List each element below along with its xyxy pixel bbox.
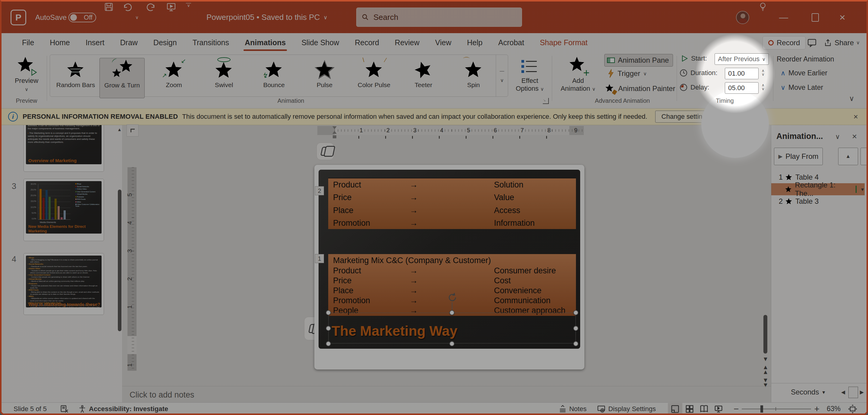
notes-placeholder[interactable]: Click to add notes (130, 390, 194, 400)
redo-icon[interactable] (146, 1, 156, 12)
rotation-handle[interactable] (447, 292, 458, 303)
tab-acrobat[interactable]: Acrobat (490, 33, 532, 52)
gallery-color-pulse[interactable]: ⁄ \ Color Pulse (351, 58, 397, 98)
minimize-button[interactable]: — (779, 1, 797, 33)
tab-stop-selector[interactable] (127, 125, 138, 136)
tab-review[interactable]: Review (387, 33, 427, 52)
gallery-grow-turn[interactable]: ⌒ Grow & Turn (99, 58, 145, 98)
maximize-button[interactable] (812, 1, 819, 33)
close-button[interactable]: × (839, 1, 858, 33)
delay-input[interactable]: 05.00 (725, 82, 758, 94)
play-from-button[interactable]: ▶ Play From (774, 148, 823, 165)
duration-spinner[interactable]: ∧∨ (762, 69, 765, 76)
zoom-in-button[interactable]: + (814, 404, 819, 414)
animation-order-badge[interactable]: 2 (315, 186, 324, 195)
left-indent-square-marker[interactable] (333, 135, 336, 138)
reading-view-button[interactable] (697, 403, 711, 415)
item-dropdown-icon[interactable]: ▼ (860, 187, 865, 192)
resize-handle-middle-right[interactable] (573, 326, 578, 331)
collapse-ribbon-icon[interactable]: ∨ (849, 94, 855, 103)
avatar[interactable] (736, 1, 749, 33)
slide-sorter-view-button[interactable] (682, 403, 697, 415)
document-title[interactable]: Powerpoint05 • Saved to this PC∨ (207, 1, 327, 33)
animation-dialog-launcher-icon[interactable]: → (543, 98, 549, 104)
editor-scrollbar[interactable] (764, 315, 767, 353)
fit-slide-button[interactable] (848, 404, 858, 414)
timeline-right-icon[interactable]: ▶ (860, 389, 864, 395)
first-line-indent-marker[interactable] (333, 126, 337, 129)
resize-handle-bottom-middle[interactable] (450, 341, 455, 346)
tab-record[interactable]: Record (347, 33, 387, 52)
effect-options-button[interactable]: Effect Options ∨ (511, 56, 549, 93)
search-bar[interactable] (356, 7, 522, 27)
tab-design[interactable]: Design (146, 33, 185, 52)
share-button[interactable]: Share∨ (824, 39, 860, 47)
tab-draw[interactable]: Draw (113, 33, 146, 52)
duration-input[interactable]: 01.00 (725, 68, 758, 79)
infobar-close-icon[interactable]: × (854, 112, 858, 122)
tab-animations[interactable]: Animations (237, 33, 293, 52)
move-up-button[interactable]: ▲ (838, 148, 858, 165)
normal-view-button[interactable] (668, 403, 682, 415)
tab-transitions[interactable]: Transitions (185, 33, 237, 52)
animation-painter-button[interactable]: Animation Painter (605, 84, 675, 94)
animation-pane-button[interactable]: Animation Pane (604, 54, 673, 67)
comments-icon[interactable] (807, 38, 817, 48)
resize-handle-middle-left[interactable] (326, 326, 331, 331)
tab-slide-show[interactable]: Slide Show (293, 33, 347, 52)
display-settings-button[interactable]: Display Settings (597, 405, 656, 414)
zoom-out-button[interactable]: − (734, 404, 739, 414)
thumbnails-scroll-up-icon[interactable]: ▲ (117, 127, 122, 132)
thumbnail-slide-4[interactable]: ▪ Blogs- Why is blogging so big? Because… (24, 253, 104, 315)
resize-handle-top-left[interactable] (326, 310, 331, 315)
gallery-random-bars[interactable]: Random Bars (53, 58, 98, 98)
move-earlier-button[interactable]: ∧ Move Earlier (781, 69, 827, 77)
move-down-button[interactable] (861, 148, 868, 165)
qat-customize-icon[interactable]: —∨ (186, 1, 191, 33)
start-select[interactable]: After Previous∨ (715, 53, 769, 65)
thumbnail-slide-2[interactable]: communication, and business development.… (24, 125, 104, 172)
zoom-level[interactable]: 63% (827, 405, 841, 413)
table-4[interactable]: Product→Solution Price→Value Place→Acces… (328, 178, 576, 229)
seconds-dropdown[interactable]: Seconds▼ (791, 388, 826, 396)
tab-home[interactable]: Home (42, 33, 78, 52)
pane-chevron-down-icon[interactable]: ∨ (835, 133, 840, 141)
move-later-button[interactable]: ∨ Move Later (781, 84, 823, 92)
tab-file[interactable]: File (14, 33, 42, 52)
hanging-indent-marker[interactable] (333, 131, 337, 134)
gallery-swivel[interactable]: Swivel (201, 58, 247, 98)
resize-handle-bottom-right[interactable] (573, 341, 578, 346)
resize-handle-top-middle[interactable] (450, 310, 455, 315)
lightbulb-icon[interactable] (757, 1, 768, 12)
scroll-down-icon[interactable]: ▼ (761, 356, 770, 361)
selection-outline[interactable] (328, 313, 576, 344)
powerpoint-app-icon[interactable]: P (10, 1, 26, 33)
undo-icon[interactable] (122, 1, 133, 12)
tab-shape-format[interactable]: Shape Format (532, 33, 595, 52)
vertical-ruler[interactable]: 5 4 3 2 1 1 (127, 167, 136, 371)
gallery-spin[interactable]: ⌒ Spin (451, 58, 496, 98)
record-button[interactable]: Record (763, 36, 806, 50)
slide-canvas[interactable]: 2 Product→Solution Price→Value Place→Acc… (314, 165, 584, 370)
timeline-zoom-box[interactable] (848, 387, 858, 398)
search-input[interactable] (373, 12, 499, 22)
resize-handle-bottom-left[interactable] (326, 341, 331, 346)
resize-handle-top-right[interactable] (573, 310, 578, 315)
thumbnails-scrollbar[interactable] (118, 190, 121, 331)
animation-item-table3[interactable]: 2 Table 3 (771, 195, 865, 208)
tab-help[interactable]: Help (459, 33, 490, 52)
thumbnail-slide-3[interactable]: 30.0%25.0%20.0%15.0%10.0%5.0%0.0% Media … (24, 179, 104, 241)
zoom-slider[interactable] (742, 409, 811, 409)
tab-view[interactable]: View (427, 33, 459, 52)
preview-button[interactable]: Preview ∨ (10, 56, 43, 92)
add-animation-button[interactable]: + Add Animation ∨ (555, 56, 601, 93)
start-slideshow-icon[interactable] (166, 1, 177, 12)
gallery-zoom[interactable]: ↙ ↗ Zoom (151, 58, 196, 98)
autosave-toggle[interactable]: Off (68, 1, 96, 33)
animation-order-badge[interactable]: 1 (315, 254, 324, 263)
notes-toggle[interactable]: Notes (558, 405, 587, 413)
undo-dropdown-icon[interactable]: ∨ (135, 1, 138, 33)
previous-slide-button[interactable]: ▲▲ (761, 365, 770, 374)
horizontal-ruler[interactable]: 1 2 3 4 5 6 7 8 9 (317, 126, 584, 135)
notes-splitter[interactable] (122, 386, 771, 386)
